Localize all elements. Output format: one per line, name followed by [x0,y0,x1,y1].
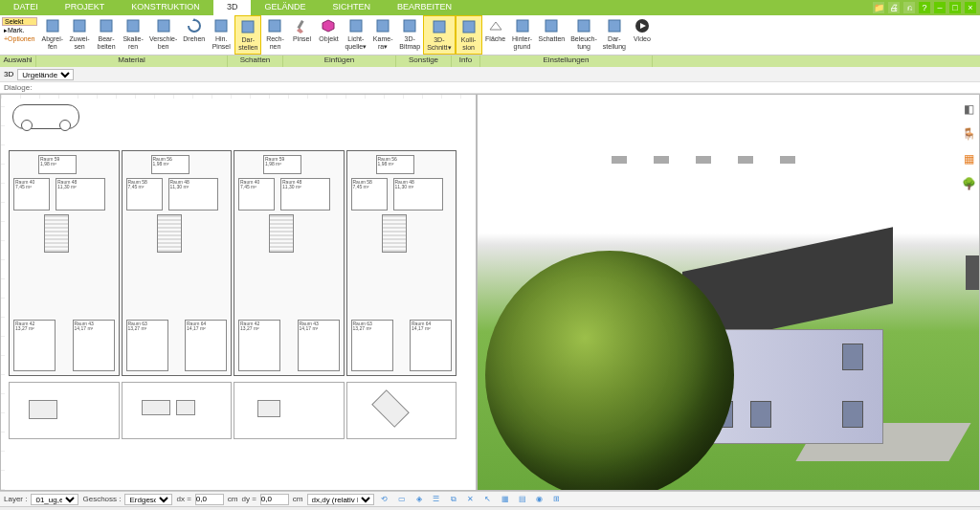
group-label: Info [452,55,480,67]
unit-1[interactable]: Raum 591,98 m² Raum 407,45 m² Raum 4811,… [9,150,120,376]
ribbon-abgreifen-button[interactable]: Abgrei-fen [39,15,67,55]
ribbon-kamera-button[interactable]: Kame-ra▾ [369,15,396,55]
group-label: Sonstige [396,55,452,67]
ribbon-3dschnitt-button[interactable]: 3D-Schnitt▾ [423,15,455,55]
tree-icon[interactable]: 🌳 [960,175,977,192]
tab-gelaende[interactable]: GELÄNDE [251,0,319,15]
drehen-icon [186,17,203,34]
room-label: Raum 4314,17 m² [73,320,115,371]
tool-icon[interactable]: 🖨 [888,2,900,13]
ribbon-flaeche-button[interactable]: Fläche [482,15,509,55]
collapse-handle[interactable] [966,255,979,290]
tree-3d[interactable] [485,251,734,491]
ribbon-verschieben-button[interactable]: Verschie-ben [146,15,180,55]
view-icon[interactable]: ◈ [412,494,426,505]
mark-button[interactable]: ▸Mark. [2,27,37,34]
undo-icon[interactable]: ⟲ [378,494,391,505]
car-symbol[interactable] [12,104,79,129]
ribbon-objekt-button[interactable]: Objekt [315,15,342,55]
ribbon-darstellung-button[interactable]: Dar-stellung [600,15,629,55]
ribbon-darstellen-button[interactable]: Dar-stellen [234,15,261,55]
grid-icon[interactable]: ⊞ [550,494,564,505]
ribbon-drehen-button[interactable]: Drehen [180,15,208,55]
dy-input[interactable] [260,494,289,505]
view-3d-pane[interactable]: ◧ 🪑 ▦ 🌳 [477,94,980,491]
staircase [157,214,182,253]
ribbon-kollision-button[interactable]: Kolli-sion [456,15,482,55]
svg-rect-10 [377,20,389,32]
layer-select[interactable]: 01_ug,eg,og [31,494,78,505]
optionen-button[interactable]: +Optionen [2,35,37,42]
tab-bearbeiten[interactable]: BEARBEITEN [384,0,465,15]
ribbon-bearbeiten-button[interactable]: Bear-beiten [93,15,120,55]
svg-rect-2 [100,20,112,32]
darstellung-icon [606,17,623,34]
window [842,401,863,428]
dialoge-bar: Dialoge: [0,82,980,94]
skalieren-icon [124,17,142,34]
dot-icon[interactable]: ◉ [533,494,546,505]
snap-icon[interactable]: ⧉ [447,494,460,505]
beleuchtung-icon [575,17,592,34]
svg-rect-1 [74,20,85,32]
svg-rect-8 [298,20,304,29]
room-label: Raum 6313,27 m² [126,320,168,371]
room-label: Raum 4811,30 m² [280,178,330,211]
ribbon-rechnen-button[interactable]: Rech-nen [261,15,288,55]
tab-projekt[interactable]: PROJEKT [52,0,119,15]
hintergrund-icon [514,17,531,34]
palette-icon[interactable]: ▦ [960,150,977,167]
tab-datei[interactable]: DATEI [0,0,52,15]
ribbon-pinsel-button[interactable]: Pinsel [288,15,315,55]
tab-3d[interactable]: 3D [213,0,252,15]
terrain-select[interactable]: Urgelände [17,69,74,80]
ribbon-hintergrund-button[interactable]: Hinter-grund [509,15,536,55]
window-controls: 📁 🖨 ⎌ ? – □ × [869,0,980,15]
context-bar: 3D Urgelände [0,67,980,82]
measure-icon[interactable]: ✕ [464,494,478,505]
tool-icon[interactable]: 📁 [873,2,884,13]
zuweisen-icon [71,17,88,34]
plan-2d-pane[interactable]: Raum 591,98 m² Raum 407,45 m² Raum 4811,… [0,94,477,491]
svg-rect-15 [546,20,557,32]
ribbon-lichtquelle-button[interactable]: Licht-quelle▾ [342,15,369,55]
furniture-icon[interactable]: 🪑 [960,125,977,143]
mode-label: 3D [4,70,13,78]
selekt-button[interactable]: Selekt [2,17,37,26]
window [750,401,771,428]
floorplan[interactable]: Raum 591,98 m² Raum 407,45 m² Raum 4811,… [9,150,457,376]
maximize-icon[interactable]: □ [949,2,961,13]
svg-rect-14 [517,20,528,32]
geschoss-select[interactable]: Erdgeschos [124,494,172,505]
ruler-vertical [1,95,5,490]
help-icon[interactable]: ? [919,2,930,13]
tab-konstruktion[interactable]: KONSTRUKTION [118,0,213,15]
rel-select[interactable]: dx,dy (relativ ka [307,494,374,505]
staircase [44,214,69,253]
grid-icon[interactable]: ▦ [499,494,512,505]
ribbon-hin-pinsel-button[interactable]: Hin.Pinsel [208,15,234,55]
view-icon[interactable]: ▭ [395,494,409,505]
tab-sichten[interactable]: SICHTEN [319,0,384,15]
hin-pinsel-icon [212,17,230,34]
dx-input[interactable] [195,494,224,505]
ribbon-schatten2-button[interactable]: Schatten [536,15,568,55]
ribbon-video-button[interactable]: Video [629,15,656,55]
unit-2[interactable]: Raum 561,98 m² Raum 587,45 m² Raum 4811,… [122,150,233,376]
ribbon-3dbitmap-button[interactable]: 3D-Bitmap [396,15,423,55]
cursor-icon[interactable]: ↖ [481,494,495,505]
room-label: Raum 407,45 m² [13,178,50,211]
unit-4[interactable]: Raum 561,98 m² Raum 587,45 m² Raum 4811,… [346,150,457,376]
svg-rect-7 [269,20,280,32]
tool-icon[interactable]: ⎌ [903,2,915,13]
layers-icon[interactable]: ◧ [960,100,977,118]
ribbon-zuweisen-button[interactable]: Zuwei-sen [66,15,93,55]
view-icon[interactable]: ☰ [430,494,443,505]
close-icon[interactable]: × [965,2,976,13]
minimize-icon[interactable]: – [934,2,946,13]
ribbon-skalieren-button[interactable]: Skalie-ren [120,15,146,55]
schatten2-icon [543,17,560,34]
unit-3[interactable]: Raum 591,98 m² Raum 407,45 m² Raum 4811,… [234,150,345,376]
grid-icon[interactable]: ▤ [516,494,529,505]
ribbon-beleuchtung-button[interactable]: Beleuch-tung [568,15,600,55]
